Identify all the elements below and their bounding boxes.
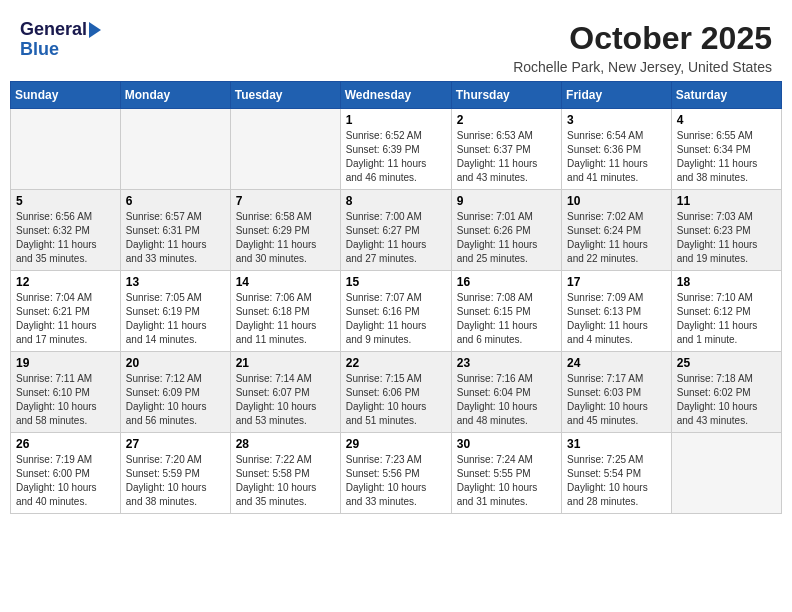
day-number: 31 [567,437,666,451]
weekday-header-wednesday: Wednesday [340,82,451,109]
day-number: 8 [346,194,446,208]
calendar-cell: 28Sunrise: 7:22 AM Sunset: 5:58 PM Dayli… [230,433,340,514]
page-header: General Blue October 2025 Rochelle Park,… [10,10,782,81]
calendar-cell: 31Sunrise: 7:25 AM Sunset: 5:54 PM Dayli… [562,433,672,514]
day-info: Sunrise: 7:24 AM Sunset: 5:55 PM Dayligh… [457,453,556,509]
day-info: Sunrise: 7:12 AM Sunset: 6:09 PM Dayligh… [126,372,225,428]
calendar-cell [120,109,230,190]
day-info: Sunrise: 7:19 AM Sunset: 6:00 PM Dayligh… [16,453,115,509]
day-info: Sunrise: 7:03 AM Sunset: 6:23 PM Dayligh… [677,210,776,266]
day-info: Sunrise: 7:07 AM Sunset: 6:16 PM Dayligh… [346,291,446,347]
calendar-cell: 18Sunrise: 7:10 AM Sunset: 6:12 PM Dayli… [671,271,781,352]
calendar-cell: 5Sunrise: 6:56 AM Sunset: 6:32 PM Daylig… [11,190,121,271]
day-info: Sunrise: 7:20 AM Sunset: 5:59 PM Dayligh… [126,453,225,509]
day-number: 15 [346,275,446,289]
calendar-cell: 1Sunrise: 6:52 AM Sunset: 6:39 PM Daylig… [340,109,451,190]
day-number: 21 [236,356,335,370]
calendar-cell: 12Sunrise: 7:04 AM Sunset: 6:21 PM Dayli… [11,271,121,352]
calendar-cell [230,109,340,190]
logo-text-blue: Blue [20,40,59,60]
calendar-week-row: 26Sunrise: 7:19 AM Sunset: 6:00 PM Dayli… [11,433,782,514]
logo-text-general: General [20,20,87,40]
day-info: Sunrise: 6:52 AM Sunset: 6:39 PM Dayligh… [346,129,446,185]
calendar-cell: 6Sunrise: 6:57 AM Sunset: 6:31 PM Daylig… [120,190,230,271]
day-number: 5 [16,194,115,208]
day-number: 3 [567,113,666,127]
calendar-cell: 21Sunrise: 7:14 AM Sunset: 6:07 PM Dayli… [230,352,340,433]
calendar-table: SundayMondayTuesdayWednesdayThursdayFrid… [10,81,782,514]
day-number: 20 [126,356,225,370]
day-number: 17 [567,275,666,289]
day-info: Sunrise: 7:10 AM Sunset: 6:12 PM Dayligh… [677,291,776,347]
calendar-cell: 7Sunrise: 6:58 AM Sunset: 6:29 PM Daylig… [230,190,340,271]
calendar-cell: 14Sunrise: 7:06 AM Sunset: 6:18 PM Dayli… [230,271,340,352]
day-number: 7 [236,194,335,208]
day-number: 22 [346,356,446,370]
day-number: 25 [677,356,776,370]
calendar-header-row: SundayMondayTuesdayWednesdayThursdayFrid… [11,82,782,109]
day-number: 13 [126,275,225,289]
day-number: 10 [567,194,666,208]
day-info: Sunrise: 7:09 AM Sunset: 6:13 PM Dayligh… [567,291,666,347]
logo: General Blue [20,20,101,60]
day-number: 19 [16,356,115,370]
weekday-header-thursday: Thursday [451,82,561,109]
calendar-cell: 20Sunrise: 7:12 AM Sunset: 6:09 PM Dayli… [120,352,230,433]
calendar-cell: 30Sunrise: 7:24 AM Sunset: 5:55 PM Dayli… [451,433,561,514]
day-number: 14 [236,275,335,289]
calendar-cell: 16Sunrise: 7:08 AM Sunset: 6:15 PM Dayli… [451,271,561,352]
calendar-cell: 4Sunrise: 6:55 AM Sunset: 6:34 PM Daylig… [671,109,781,190]
calendar-cell [671,433,781,514]
day-number: 1 [346,113,446,127]
calendar-cell: 26Sunrise: 7:19 AM Sunset: 6:00 PM Dayli… [11,433,121,514]
calendar-week-row: 19Sunrise: 7:11 AM Sunset: 6:10 PM Dayli… [11,352,782,433]
day-number: 11 [677,194,776,208]
day-info: Sunrise: 7:25 AM Sunset: 5:54 PM Dayligh… [567,453,666,509]
day-info: Sunrise: 7:11 AM Sunset: 6:10 PM Dayligh… [16,372,115,428]
day-info: Sunrise: 6:57 AM Sunset: 6:31 PM Dayligh… [126,210,225,266]
day-info: Sunrise: 7:05 AM Sunset: 6:19 PM Dayligh… [126,291,225,347]
day-info: Sunrise: 7:06 AM Sunset: 6:18 PM Dayligh… [236,291,335,347]
weekday-header-saturday: Saturday [671,82,781,109]
day-info: Sunrise: 7:00 AM Sunset: 6:27 PM Dayligh… [346,210,446,266]
calendar-cell: 11Sunrise: 7:03 AM Sunset: 6:23 PM Dayli… [671,190,781,271]
day-number: 24 [567,356,666,370]
day-info: Sunrise: 7:01 AM Sunset: 6:26 PM Dayligh… [457,210,556,266]
calendar-cell: 15Sunrise: 7:07 AM Sunset: 6:16 PM Dayli… [340,271,451,352]
day-info: Sunrise: 7:23 AM Sunset: 5:56 PM Dayligh… [346,453,446,509]
weekday-header-friday: Friday [562,82,672,109]
logo-arrow-icon [89,22,101,38]
day-number: 2 [457,113,556,127]
day-number: 28 [236,437,335,451]
calendar-cell: 29Sunrise: 7:23 AM Sunset: 5:56 PM Dayli… [340,433,451,514]
calendar-cell [11,109,121,190]
calendar-cell: 9Sunrise: 7:01 AM Sunset: 6:26 PM Daylig… [451,190,561,271]
calendar-cell: 3Sunrise: 6:54 AM Sunset: 6:36 PM Daylig… [562,109,672,190]
calendar-week-row: 12Sunrise: 7:04 AM Sunset: 6:21 PM Dayli… [11,271,782,352]
day-number: 9 [457,194,556,208]
day-number: 29 [346,437,446,451]
day-info: Sunrise: 7:04 AM Sunset: 6:21 PM Dayligh… [16,291,115,347]
day-info: Sunrise: 7:17 AM Sunset: 6:03 PM Dayligh… [567,372,666,428]
calendar-cell: 13Sunrise: 7:05 AM Sunset: 6:19 PM Dayli… [120,271,230,352]
day-info: Sunrise: 7:22 AM Sunset: 5:58 PM Dayligh… [236,453,335,509]
day-info: Sunrise: 6:53 AM Sunset: 6:37 PM Dayligh… [457,129,556,185]
calendar-cell: 23Sunrise: 7:16 AM Sunset: 6:04 PM Dayli… [451,352,561,433]
day-number: 30 [457,437,556,451]
calendar-cell: 10Sunrise: 7:02 AM Sunset: 6:24 PM Dayli… [562,190,672,271]
day-info: Sunrise: 7:15 AM Sunset: 6:06 PM Dayligh… [346,372,446,428]
calendar-cell: 25Sunrise: 7:18 AM Sunset: 6:02 PM Dayli… [671,352,781,433]
day-info: Sunrise: 7:16 AM Sunset: 6:04 PM Dayligh… [457,372,556,428]
day-number: 27 [126,437,225,451]
location-title: Rochelle Park, New Jersey, United States [513,59,772,75]
calendar-cell: 8Sunrise: 7:00 AM Sunset: 6:27 PM Daylig… [340,190,451,271]
calendar-cell: 19Sunrise: 7:11 AM Sunset: 6:10 PM Dayli… [11,352,121,433]
weekday-header-monday: Monday [120,82,230,109]
calendar-cell: 27Sunrise: 7:20 AM Sunset: 5:59 PM Dayli… [120,433,230,514]
day-info: Sunrise: 7:08 AM Sunset: 6:15 PM Dayligh… [457,291,556,347]
day-number: 18 [677,275,776,289]
day-info: Sunrise: 6:56 AM Sunset: 6:32 PM Dayligh… [16,210,115,266]
calendar-week-row: 5Sunrise: 6:56 AM Sunset: 6:32 PM Daylig… [11,190,782,271]
day-info: Sunrise: 7:02 AM Sunset: 6:24 PM Dayligh… [567,210,666,266]
day-info: Sunrise: 6:58 AM Sunset: 6:29 PM Dayligh… [236,210,335,266]
